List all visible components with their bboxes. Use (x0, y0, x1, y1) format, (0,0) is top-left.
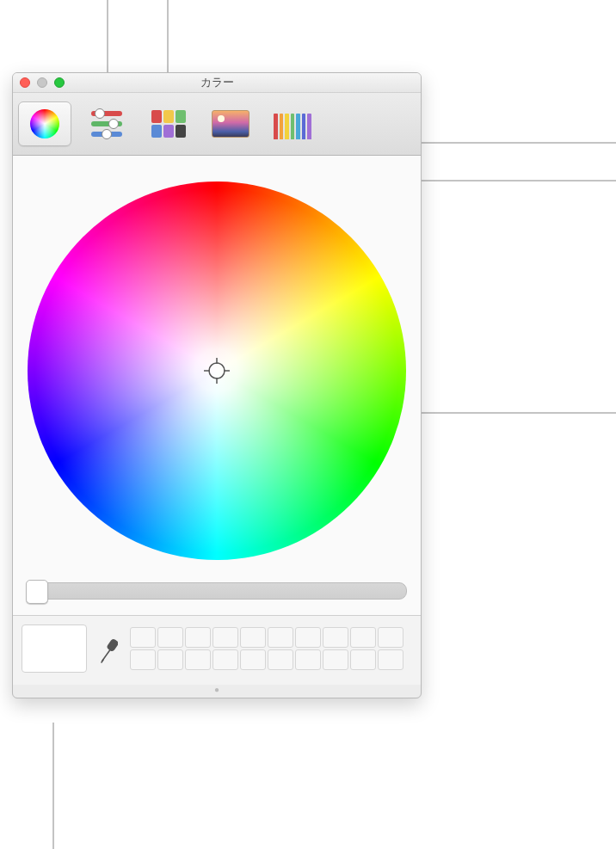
color-picker-window: カラー (12, 72, 422, 698)
brightness-slider[interactable] (27, 582, 407, 600)
current-color-swatch[interactable] (22, 624, 87, 673)
swatch-cell[interactable] (130, 627, 156, 648)
swatch-cell[interactable] (378, 627, 403, 648)
swatch-cell[interactable] (350, 627, 376, 648)
tab-color-sliders[interactable] (80, 102, 133, 146)
swatch-cell[interactable] (185, 649, 211, 670)
swatch-cell[interactable] (268, 649, 293, 670)
palette-icon (151, 110, 186, 138)
tab-image-palettes[interactable] (204, 102, 257, 146)
swatch-cell[interactable] (378, 649, 403, 670)
tab-color-wheel[interactable] (18, 102, 71, 146)
bottom-panel (13, 615, 421, 685)
pencils-icon (274, 108, 311, 139)
sliders-icon (89, 109, 124, 138)
titlebar: カラー (13, 73, 421, 93)
swatch-cell[interactable] (295, 627, 321, 648)
eyedropper-icon (99, 631, 118, 666)
image-icon (212, 110, 249, 138)
eyedropper-button[interactable] (99, 631, 118, 666)
brightness-slider-row (27, 582, 407, 600)
brightness-slider-knob[interactable] (26, 580, 48, 604)
swatch-cell[interactable] (213, 649, 238, 670)
swatch-grid (130, 627, 403, 670)
color-wheel-reticle (204, 358, 230, 384)
swatch-cell[interactable] (323, 649, 348, 670)
close-button[interactable] (20, 77, 30, 88)
swatch-cell[interactable] (268, 627, 293, 648)
swatch-cell[interactable] (350, 649, 376, 670)
svg-rect-13 (107, 639, 118, 651)
resize-handle[interactable]: ● (13, 685, 421, 698)
swatch-cell[interactable] (240, 627, 266, 648)
zoom-button[interactable] (54, 77, 65, 88)
tab-pencils[interactable] (266, 102, 319, 146)
content-area (13, 156, 421, 615)
color-wheel-icon (30, 109, 59, 138)
swatch-cell[interactable] (323, 627, 348, 648)
swatch-cell[interactable] (130, 649, 156, 670)
minimize-button[interactable] (37, 77, 47, 88)
window-title: カラー (13, 75, 421, 90)
swatch-cell[interactable] (157, 649, 183, 670)
swatch-cell[interactable] (185, 627, 211, 648)
swatch-cell[interactable] (157, 627, 183, 648)
swatch-cell[interactable] (213, 627, 238, 648)
svg-point-8 (209, 363, 225, 378)
swatch-cell[interactable] (240, 649, 266, 670)
tab-color-palettes[interactable] (142, 102, 195, 146)
picker-mode-toolbar (13, 93, 421, 156)
color-wheel[interactable] (28, 181, 406, 560)
swatch-cell[interactable] (295, 649, 321, 670)
